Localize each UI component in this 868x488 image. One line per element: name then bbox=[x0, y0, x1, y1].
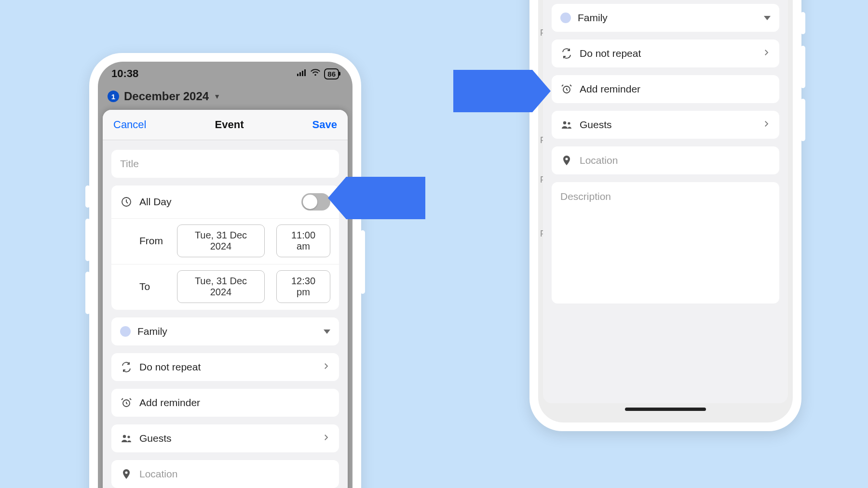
phone-side-button bbox=[800, 99, 805, 141]
all-day-row: All Day bbox=[111, 185, 339, 218]
to-date-picker[interactable]: Tue, 31 Dec 2024 bbox=[177, 270, 265, 303]
reminder-label: Add reminder bbox=[580, 83, 771, 95]
month-title: December 2024 bbox=[124, 90, 209, 103]
alarm-icon bbox=[560, 83, 573, 95]
all-day-label: All Day bbox=[139, 196, 295, 208]
title-placeholder: Title bbox=[120, 158, 330, 170]
sheet-title: Event bbox=[215, 119, 244, 131]
repeat-card: Do not repeat bbox=[552, 40, 779, 67]
svg-point-12 bbox=[568, 122, 570, 124]
phone-side-button bbox=[85, 185, 90, 208]
svg-rect-2 bbox=[302, 71, 303, 76]
home-indicator[interactable] bbox=[625, 408, 706, 411]
location-placeholder: Location bbox=[580, 155, 771, 166]
calendar-picker[interactable]: Family bbox=[552, 4, 779, 32]
repeat-picker[interactable]: Do not repeat bbox=[111, 353, 339, 381]
to-time-picker[interactable]: 12:30 pm bbox=[276, 270, 330, 303]
calendar-month-header[interactable]: 1 December 2024 ▼ bbox=[98, 86, 353, 109]
event-editor-sheet: Cancel Event Save Title bbox=[103, 110, 348, 488]
callout-arrow bbox=[453, 70, 551, 112]
calendar-card: Family bbox=[552, 4, 779, 32]
chevron-right-icon bbox=[762, 48, 771, 59]
calendar-color-dot bbox=[120, 326, 131, 337]
clock-icon bbox=[120, 196, 133, 208]
to-row: To Tue, 31 Dec 2024 12:30 pm bbox=[111, 264, 339, 310]
title-input[interactable]: Title bbox=[111, 150, 339, 178]
phone-side-button bbox=[85, 272, 90, 314]
location-input[interactable]: Location bbox=[552, 146, 779, 174]
calendar-color-dot bbox=[560, 13, 571, 23]
repeat-picker[interactable]: Do not repeat bbox=[552, 40, 779, 67]
phone-screen: 10:38 86 1 December 2024 ▼ bbox=[98, 62, 353, 488]
chevron-right-icon bbox=[762, 119, 771, 131]
calendar-card: Family bbox=[111, 317, 339, 345]
save-button[interactable]: Save bbox=[312, 119, 337, 131]
cancel-button[interactable]: Cancel bbox=[113, 119, 146, 131]
guests-label: Guests bbox=[580, 119, 755, 131]
people-icon bbox=[120, 432, 133, 445]
location-card: Location bbox=[111, 460, 339, 488]
phone-side-button bbox=[800, 12, 805, 34]
guests-card: Guests bbox=[552, 111, 779, 139]
from-time-picker[interactable]: 11:00 am bbox=[276, 224, 330, 257]
chevron-right-icon bbox=[322, 361, 330, 373]
cell-signal-icon bbox=[297, 69, 307, 78]
svg-point-11 bbox=[563, 121, 566, 124]
title-card: Title bbox=[111, 150, 339, 178]
guests-card: Guests bbox=[111, 424, 339, 452]
svg-point-9 bbox=[125, 471, 127, 474]
location-card: Location bbox=[552, 146, 779, 174]
reminder-label: Add reminder bbox=[139, 397, 330, 409]
calendar-name: Family bbox=[578, 12, 757, 24]
location-pin-icon bbox=[560, 154, 573, 167]
guests-label: Guests bbox=[139, 433, 315, 444]
battery-level: 86 bbox=[324, 68, 339, 79]
description-placeholder: Description bbox=[560, 191, 611, 202]
status-icons: 86 bbox=[297, 68, 339, 79]
all-day-toggle[interactable] bbox=[301, 193, 330, 211]
phone-mockup-right: F F F F F From Tue, 31 Dec 2024 11:00 am… bbox=[529, 0, 801, 431]
repeat-icon bbox=[560, 47, 573, 60]
svg-point-7 bbox=[123, 435, 126, 438]
datetime-card: All Day From Tue, 31 Dec 2024 11:00 am T… bbox=[111, 185, 339, 310]
people-icon bbox=[560, 119, 573, 131]
to-label: To bbox=[139, 281, 170, 292]
repeat-icon bbox=[120, 361, 133, 373]
description-input[interactable]: Description bbox=[552, 182, 779, 303]
status-bar: 10:38 86 bbox=[98, 62, 353, 86]
location-pin-icon bbox=[120, 468, 133, 480]
svg-point-13 bbox=[565, 158, 568, 160]
svg-rect-1 bbox=[299, 72, 301, 76]
event-editor-sheet: From Tue, 31 Dec 2024 11:00 am To Tue, 3… bbox=[543, 0, 788, 403]
account-badge: 1 bbox=[108, 91, 119, 102]
from-label: From bbox=[139, 235, 170, 247]
from-row: From Tue, 31 Dec 2024 11:00 am bbox=[111, 218, 339, 264]
svg-rect-0 bbox=[297, 74, 298, 76]
chevron-down-icon: ▼ bbox=[214, 92, 220, 100]
calendar-name: Family bbox=[137, 326, 317, 337]
chevron-down-icon bbox=[764, 16, 771, 20]
phone-side-button bbox=[800, 46, 805, 88]
wifi-icon bbox=[311, 69, 320, 79]
phone-side-button bbox=[85, 219, 90, 261]
alarm-icon bbox=[120, 396, 133, 409]
location-input[interactable]: Location bbox=[111, 460, 339, 488]
sheet-header: Cancel Event Save bbox=[103, 110, 348, 140]
repeat-label: Do not repeat bbox=[139, 361, 315, 373]
calendar-picker[interactable]: Family bbox=[111, 317, 339, 345]
reminder-card: Add reminder bbox=[552, 75, 779, 103]
guests-picker[interactable]: Guests bbox=[111, 424, 339, 452]
add-reminder-button[interactable]: Add reminder bbox=[111, 389, 339, 417]
callout-arrow bbox=[328, 177, 425, 219]
add-reminder-button[interactable]: Add reminder bbox=[552, 75, 779, 103]
chevron-down-icon bbox=[324, 330, 330, 334]
reminder-card: Add reminder bbox=[111, 389, 339, 417]
location-placeholder: Location bbox=[139, 468, 330, 480]
from-date-picker[interactable]: Tue, 31 Dec 2024 bbox=[177, 224, 265, 257]
status-time: 10:38 bbox=[111, 67, 138, 80]
svg-point-4 bbox=[314, 74, 316, 76]
chevron-right-icon bbox=[322, 433, 330, 444]
phone-side-button bbox=[360, 230, 365, 294]
guests-picker[interactable]: Guests bbox=[552, 111, 779, 139]
svg-rect-3 bbox=[304, 69, 306, 76]
